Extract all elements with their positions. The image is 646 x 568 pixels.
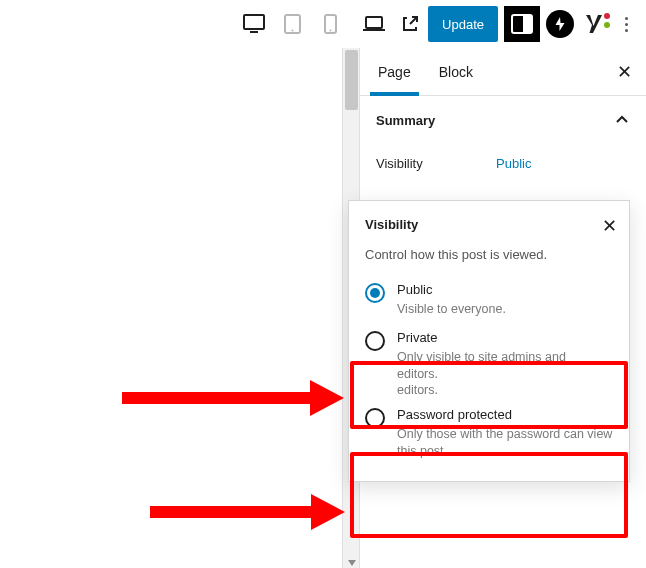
option-public-hint: Visible to everyone. [397,301,617,318]
more-options-button[interactable] [614,6,638,42]
update-button[interactable]: Update [428,6,498,42]
option-private-label: Private [397,330,617,345]
svg-point-3 [291,30,293,32]
mobile-icon[interactable] [318,12,342,36]
tab-block[interactable]: Block [425,48,487,95]
visibility-option-public[interactable]: Public Visible to everyone. [365,276,617,324]
panel-tabs: Page Block ✕ [360,48,646,96]
option-password-label: Password protected [397,407,617,422]
svg-rect-9 [523,15,532,33]
visibility-option-private[interactable]: Private Only visible to site admins and … [365,324,617,389]
close-panel-button[interactable]: ✕ [612,61,636,83]
callout-arrow-password [150,490,345,534]
yoast-status-dots [604,13,610,28]
callout-arrow-private [122,376,344,420]
sidebar-toggle-button[interactable] [504,6,540,42]
popover-description: Control how this post is viewed. [365,247,617,262]
visibility-popover: Visibility ✕ Control how this post is vi… [348,200,630,482]
external-link-icon[interactable] [398,12,422,36]
option-private-hint: Only visible to site admins and editors. [397,349,587,383]
summary-section-header[interactable]: Summary [360,96,646,138]
tab-page[interactable]: Page [364,48,425,95]
visibility-value-link[interactable]: Public [496,156,531,171]
chevron-up-icon [614,112,630,128]
radio-private[interactable] [365,331,385,351]
svg-marker-17 [311,494,345,530]
jetpack-icon[interactable] [546,10,574,38]
summary-label: Summary [376,113,435,128]
device-preview-group [242,12,342,36]
tablet-icon[interactable] [280,12,304,36]
visibility-option-password[interactable]: Password protected Only those with the p… [365,401,617,466]
visibility-row: Visibility Public [360,138,646,179]
radio-public[interactable] [365,283,385,303]
svg-marker-15 [310,380,344,416]
option-public-label: Public [397,282,617,297]
radio-password[interactable] [365,408,385,428]
svg-point-5 [329,30,331,32]
svg-rect-6 [366,17,382,28]
visibility-label: Visibility [376,156,496,171]
svg-rect-1 [250,31,258,33]
popover-title: Visibility [365,217,418,232]
close-popover-button[interactable]: ✕ [602,217,617,235]
option-password-hint: Only those with the password can view th… [397,426,617,460]
desktop-icon[interactable] [242,12,266,36]
editors-overflow-text: editors. [397,383,617,397]
laptop-icon[interactable] [362,12,386,36]
svg-rect-0 [244,15,264,29]
svg-rect-7 [363,29,385,31]
top-toolbar: Update [0,0,646,48]
yoast-icon[interactable] [580,10,608,38]
